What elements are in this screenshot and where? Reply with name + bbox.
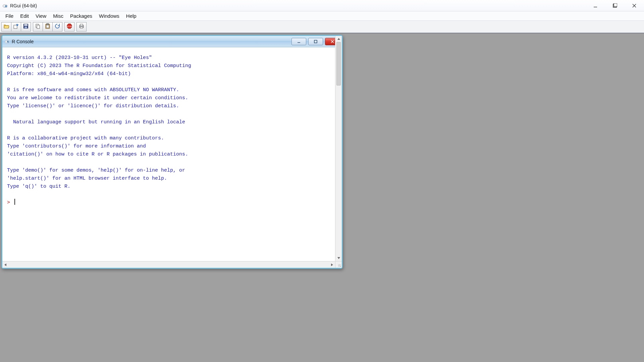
console-line: You are welcome to redistribute it under… bbox=[7, 94, 334, 102]
console-line: Platform: x86_64-w64-mingw32/x64 (64-bit… bbox=[7, 70, 334, 78]
console-line: Copyright (C) 2023 The R Foundation for … bbox=[7, 62, 334, 70]
scroll-down-icon[interactable] bbox=[335, 255, 342, 261]
load-workspace-icon bbox=[13, 23, 19, 31]
console-line: Type 'demo()' for some demos, 'help()' f… bbox=[7, 167, 334, 175]
stop-button[interactable]: STOP bbox=[64, 22, 74, 32]
console-minimize-button[interactable] bbox=[291, 38, 306, 45]
print-button[interactable] bbox=[76, 22, 87, 32]
console-line: Type 'q()' to quit R. bbox=[7, 183, 334, 191]
vertical-scrollbar[interactable] bbox=[335, 36, 342, 261]
toolbar: STOP bbox=[0, 21, 644, 33]
console-line bbox=[7, 191, 334, 199]
svg-rect-5 bbox=[614, 3, 617, 7]
console-line bbox=[7, 159, 334, 167]
svg-text:STOP: STOP bbox=[67, 25, 72, 27]
scroll-up-icon[interactable] bbox=[335, 36, 342, 42]
menu-view[interactable]: View bbox=[32, 12, 50, 19]
svg-rect-16 bbox=[46, 25, 49, 28]
console-prompt-line[interactable]: > bbox=[7, 199, 334, 207]
open-script-button[interactable] bbox=[1, 22, 11, 32]
copy-icon bbox=[35, 23, 41, 31]
console-line bbox=[7, 110, 334, 118]
console-title: R Console bbox=[12, 39, 34, 44]
horizontal-scrollbar[interactable] bbox=[2, 261, 335, 268]
main-titlebar: R RGui (64-bit) bbox=[0, 0, 644, 11]
main-title: RGui (64-bit) bbox=[10, 3, 37, 8]
svg-marker-30 bbox=[337, 257, 340, 259]
paste-icon bbox=[45, 23, 51, 31]
stop-icon: STOP bbox=[66, 23, 72, 31]
minimize-button[interactable] bbox=[586, 0, 605, 11]
menu-windows[interactable]: Windows bbox=[96, 12, 123, 19]
printer-icon bbox=[78, 23, 85, 31]
console-output[interactable]: R version 4.3.2 (2023-10-31 ucrt) -- "Ey… bbox=[2, 47, 342, 268]
svg-rect-10 bbox=[24, 24, 28, 26]
scroll-track[interactable] bbox=[335, 42, 342, 255]
save-workspace-button[interactable] bbox=[21, 22, 31, 32]
copy-paste-button[interactable] bbox=[52, 22, 62, 32]
scroll-right-icon[interactable] bbox=[329, 261, 335, 268]
console-line: 'citation()' on how to cite R or R packa… bbox=[7, 150, 334, 159]
menu-help[interactable]: Help bbox=[123, 12, 140, 19]
paste-button[interactable] bbox=[43, 22, 53, 32]
svg-rect-20 bbox=[80, 24, 83, 26]
copy-button[interactable] bbox=[33, 22, 43, 32]
scroll-thumb[interactable] bbox=[336, 42, 341, 85]
svg-marker-32 bbox=[331, 263, 333, 266]
menu-file[interactable]: File bbox=[2, 12, 17, 19]
console-line: Type 'license()' or 'licence()' for dist… bbox=[7, 102, 334, 110]
console-line bbox=[7, 78, 334, 86]
menu-packages[interactable]: Packages bbox=[67, 12, 96, 19]
maximize-button[interactable] bbox=[605, 0, 625, 11]
menu-misc[interactable]: Misc bbox=[50, 12, 67, 19]
refresh-icon bbox=[54, 23, 60, 31]
r-logo-icon: R bbox=[2, 3, 8, 9]
scroll-track[interactable] bbox=[8, 261, 329, 268]
svg-rect-26 bbox=[314, 40, 317, 43]
prompt: > bbox=[7, 200, 13, 205]
open-folder-icon bbox=[3, 23, 9, 31]
console-maximize-button[interactable] bbox=[308, 38, 323, 45]
svg-marker-29 bbox=[337, 38, 340, 40]
svg-marker-31 bbox=[4, 263, 6, 266]
scroll-left-icon[interactable] bbox=[2, 261, 8, 268]
svg-text:R: R bbox=[5, 4, 7, 8]
console-line: Natural language support but running in … bbox=[7, 118, 334, 126]
console-line: R is free software and comes with ABSOLU… bbox=[7, 86, 334, 94]
svg-rect-21 bbox=[80, 27, 83, 28]
console-line: 'help.start()' for an HTML browser inter… bbox=[7, 175, 334, 183]
menu-edit[interactable]: Edit bbox=[17, 12, 32, 19]
console-line: R is a collaborative project with many c… bbox=[7, 134, 334, 142]
load-workspace-button[interactable] bbox=[11, 22, 21, 32]
resize-grip[interactable] bbox=[335, 261, 342, 268]
r-logo-icon: R bbox=[4, 39, 10, 44]
menubar: File Edit View Misc Packages Windows Hel… bbox=[0, 11, 644, 21]
console-line bbox=[7, 126, 334, 134]
svg-rect-11 bbox=[24, 26, 27, 28]
svg-rect-13 bbox=[37, 25, 40, 28]
mdi-area: R R Console R version 4.3.2 (2023-10-31 … bbox=[0, 33, 644, 362]
console-line: Type 'contributors()' for more informati… bbox=[7, 142, 334, 150]
floppy-disk-icon bbox=[23, 23, 29, 31]
close-button[interactable] bbox=[625, 0, 644, 11]
console-titlebar[interactable]: R R Console bbox=[2, 36, 342, 47]
svg-rect-8 bbox=[14, 25, 17, 28]
console-line: R version 4.3.2 (2023-10-31 ucrt) -- "Ey… bbox=[7, 54, 334, 62]
svg-rect-15 bbox=[47, 23, 49, 25]
console-window: R R Console R version 4.3.2 (2023-10-31 … bbox=[1, 35, 343, 269]
text-cursor bbox=[14, 199, 15, 205]
svg-text:R: R bbox=[7, 40, 9, 44]
